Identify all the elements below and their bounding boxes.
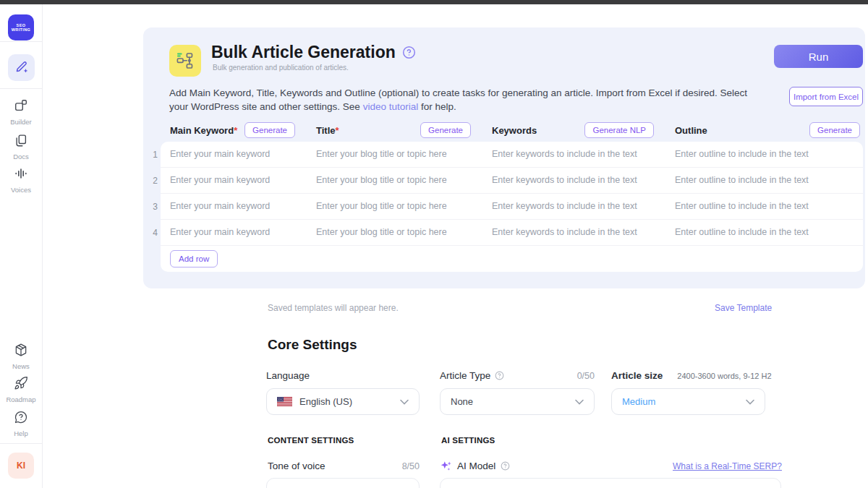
news-icon [14, 343, 28, 360]
chevron-down-icon [575, 399, 584, 405]
article-size-label: Article size [611, 370, 663, 381]
bulk-generation-panel: Bulk Article Generation Bulk generation … [143, 27, 865, 288]
article-type-help-icon[interactable] [495, 371, 504, 380]
article-type-counter: 0/50 [577, 371, 595, 381]
page-subtitle: Bulk generation and publication of artic… [213, 64, 349, 72]
ai-model-row: AI Model [440, 460, 510, 472]
tone-of-voice-input[interactable] [266, 478, 420, 488]
main-keyword-input[interactable]: Enter your main keyword [161, 168, 307, 193]
sidebar: SEO WRITING Builder [0, 4, 43, 488]
generate-title-button[interactable]: Generate [420, 122, 471, 138]
title-input[interactable]: Enter your blog title or topic here [307, 220, 482, 245]
article-type-value: None [451, 396, 473, 407]
top-bar [0, 0, 868, 4]
title-input[interactable]: Enter your blog title or topic here [307, 168, 482, 193]
voices-icon [14, 166, 28, 184]
required-asterisk: * [336, 125, 339, 136]
help-icon [14, 410, 28, 427]
generate-nlp-button[interactable]: Generate NLP [584, 122, 654, 138]
run-button[interactable]: Run [774, 45, 863, 68]
seowriting-logo[interactable]: SEO WRITING [8, 14, 34, 40]
us-flag-icon [277, 397, 292, 406]
column-header-main-keyword: Main Keyword* Generate [161, 121, 307, 140]
table-header: Main Keyword* Generate Title* Generate K… [161, 121, 863, 140]
sidebar-item-roadmap[interactable]: Roadmap [0, 376, 42, 403]
sidebar-item-voices[interactable]: Voices [0, 166, 42, 194]
sidebar-divider [0, 88, 42, 89]
video-tutorial-link[interactable]: video tutorial [363, 101, 419, 112]
article-size-value: Medium [622, 396, 655, 407]
realtime-serp-link[interactable]: What is a Real-Time SERP? [673, 461, 782, 471]
keywords-input[interactable]: Enter keywords to include in the text [482, 194, 665, 219]
table-row: 1 Enter your main keyword Enter your blo… [161, 142, 863, 168]
article-type-label-row: Article Type 0/50 [440, 370, 595, 381]
sidebar-item-label: Help [14, 429, 28, 437]
sidebar-item-builder[interactable]: Builder [0, 98, 42, 126]
ai-model-help-icon[interactable] [501, 461, 510, 471]
tasks-table: 1 Enter your main keyword Enter your blo… [161, 142, 863, 272]
article-size-hint: 2400-3600 words, 9-12 H2 [677, 372, 771, 380]
sidebar-item-label: Docs [13, 153, 29, 160]
user-avatar[interactable]: KI [8, 453, 34, 479]
article-type-select[interactable]: None [440, 388, 595, 415]
language-select[interactable]: English (US) [266, 388, 420, 415]
sidebar-item-label: Voices [11, 186, 31, 194]
sidebar-divider [0, 443, 42, 444]
sidebar-item-help[interactable]: Help [0, 410, 42, 437]
ai-model-label: AI Model [457, 461, 495, 471]
article-type-label: Article Type [440, 370, 490, 381]
save-template-link[interactable]: Save Template [715, 303, 772, 313]
page-title: Bulk Article Generation [211, 43, 396, 62]
title-help-icon[interactable] [402, 46, 416, 59]
row-number: 1 [146, 142, 158, 168]
language-label-row: Language [266, 370, 420, 381]
row-number: 3 [146, 194, 158, 220]
outline-input[interactable]: Enter outline to include in the text [665, 168, 863, 193]
ai-model-input[interactable] [440, 478, 781, 488]
add-row-button[interactable]: Add row [170, 250, 218, 267]
sidebar-item-label: Roadmap [6, 395, 35, 403]
saved-templates-empty-text: Saved templates will appear here. [268, 303, 399, 313]
sidebar-divider [0, 41, 42, 42]
required-asterisk: * [234, 125, 237, 136]
generate-outline-button[interactable]: Generate [809, 122, 860, 138]
main-keyword-input[interactable]: Enter your main keyword [161, 194, 307, 219]
generate-main-keyword-button[interactable]: Generate [244, 122, 295, 138]
tone-of-voice-label: Tone of voice [268, 461, 326, 471]
language-value: English (US) [299, 396, 352, 407]
column-header-outline: Outline Generate [665, 121, 863, 140]
bulk-generation-icon [169, 45, 201, 77]
sidebar-item-news[interactable]: News [0, 343, 42, 370]
main-keyword-input[interactable]: Enter your main keyword [161, 220, 307, 245]
keywords-input[interactable]: Enter keywords to include in the text [482, 220, 665, 245]
logo-line2: WRITING [12, 27, 31, 33]
chevron-down-icon [746, 399, 754, 405]
page-title-row: Bulk Article Generation [211, 43, 416, 62]
keywords-input[interactable]: Enter keywords to include in the text [482, 168, 665, 193]
roadmap-icon [14, 376, 28, 393]
builder-icon [14, 98, 28, 116]
keywords-input[interactable]: Enter keywords to include in the text [482, 142, 665, 167]
core-settings-heading: Core Settings [268, 337, 357, 353]
sidebar-item-docs[interactable]: Docs [0, 133, 42, 160]
outline-input[interactable]: Enter outline to include in the text [665, 194, 863, 219]
sparkle-icon [440, 460, 452, 472]
column-header-keywords: Keywords Generate NLP [482, 121, 665, 140]
add-row-area: Add row [161, 246, 863, 272]
sidebar-item-label: Builder [10, 118, 32, 126]
main-keyword-input[interactable]: Enter your main keyword [161, 142, 307, 167]
tone-of-voice-counter: 8/50 [402, 461, 420, 471]
article-size-select[interactable]: Medium [611, 388, 765, 415]
sidebar-item-write[interactable] [8, 54, 35, 81]
docs-icon [14, 133, 28, 150]
ai-settings-heading: AI SETTINGS [441, 436, 495, 445]
table-row: 2 Enter your main keyword Enter your blo… [161, 168, 863, 194]
import-from-excel-button[interactable]: Import from Excel [789, 87, 863, 106]
article-size-label-row: Article size 2400-3600 words, 9-12 H2 [611, 370, 850, 381]
title-input[interactable]: Enter your blog title or topic here [307, 142, 482, 167]
outline-input[interactable]: Enter outline to include in the text [665, 220, 863, 245]
title-input[interactable]: Enter your blog title or topic here [307, 194, 482, 219]
row-number: 2 [146, 168, 158, 194]
outline-input[interactable]: Enter outline to include in the text [665, 142, 863, 167]
content-settings-heading: CONTENT SETTINGS [268, 436, 354, 445]
